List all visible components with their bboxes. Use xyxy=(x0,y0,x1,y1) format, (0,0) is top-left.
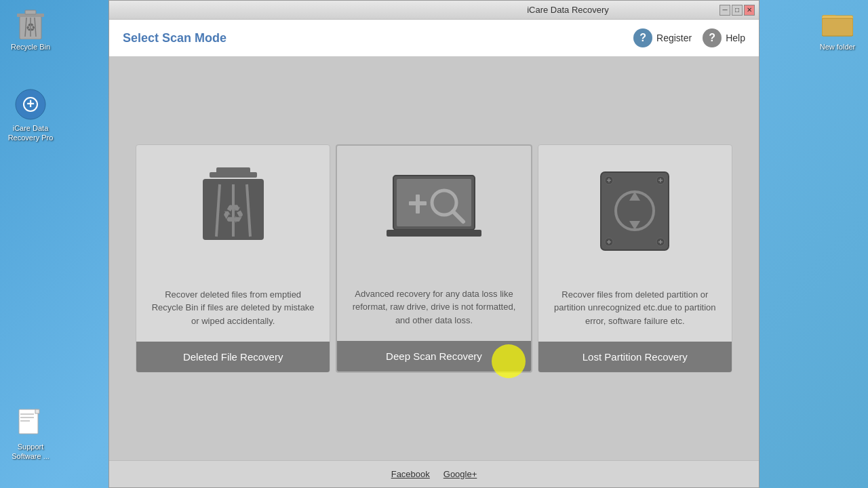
recycle-bin-image: ♻ xyxy=(14,7,47,39)
googleplus-link[interactable]: Google+ xyxy=(443,469,477,479)
deleted-file-icon-area: ♻ xyxy=(136,145,330,274)
page-title: Select Scan Mode xyxy=(123,31,226,45)
svg-rect-11 xyxy=(20,413,34,415)
register-button[interactable]: ? Register xyxy=(633,28,692,47)
lost-partition-footer: Lost Partition Recovery xyxy=(538,342,732,372)
facebook-link[interactable]: Facebook xyxy=(391,469,430,479)
cards-container: ♻ Recover deleted files from emptied Rec… xyxy=(136,144,732,373)
svg-rect-12 xyxy=(20,417,34,418)
deep-scan-icon-area xyxy=(337,146,530,273)
icare-icon[interactable]: + iCare Data Recovery Pro xyxy=(3,88,58,143)
help-button[interactable]: ? Help xyxy=(703,28,745,47)
app-footer: Facebook Google+ xyxy=(109,460,759,487)
app-content: ♻ Recover deleted files from emptied Rec… xyxy=(109,57,759,460)
title-bar-controls: ─ □ ✕ xyxy=(719,5,755,16)
header-actions: ? Register ? Help xyxy=(633,28,745,47)
lost-partition-recovery-card[interactable]: Recover files from deleted partition or … xyxy=(538,144,732,373)
support-image xyxy=(14,407,47,439)
support-software-icon[interactable]: Support Software ... xyxy=(3,407,58,462)
deep-scan-description: Advanced recovery for any data loss like… xyxy=(337,273,530,341)
svg-rect-33 xyxy=(387,230,481,237)
help-icon: ? xyxy=(703,28,722,47)
register-icon: ? xyxy=(633,28,652,47)
help-label: Help xyxy=(726,33,745,43)
svg-rect-21 xyxy=(216,167,250,174)
deleted-file-recovery-card[interactable]: ♻ Recover deleted files from emptied Rec… xyxy=(136,144,330,373)
new-folder-icon[interactable]: New folder xyxy=(810,7,865,52)
svg-rect-15 xyxy=(35,409,39,413)
icare-image: + xyxy=(14,88,47,121)
lost-partition-description: Recover files from deleted partition or … xyxy=(538,274,732,342)
svg-rect-13 xyxy=(20,420,30,422)
svg-rect-30 xyxy=(409,201,427,205)
svg-rect-19 xyxy=(822,18,853,36)
svg-text:♻: ♻ xyxy=(222,200,245,228)
app-window: iCare Data Recovery ─ □ ✕ Select Scan Mo… xyxy=(108,0,760,488)
deep-scan-recovery-card[interactable]: Advanced recovery for any data loss like… xyxy=(336,144,532,373)
deleted-file-footer: Deleted File Recovery xyxy=(136,342,330,372)
restore-button[interactable]: □ xyxy=(732,5,743,16)
lost-partition-icon-area xyxy=(538,145,732,274)
app-header: Select Scan Mode ? Register ? Help xyxy=(109,20,759,57)
title-bar: iCare Data Recovery ─ □ ✕ xyxy=(109,1,759,20)
svg-rect-2 xyxy=(25,10,36,14)
window-title: iCare Data Recovery xyxy=(416,5,719,15)
minimize-button[interactable]: ─ xyxy=(719,5,730,16)
recycle-bin-label: Recycle Bin xyxy=(11,42,50,52)
support-label: Support Software ... xyxy=(12,442,50,462)
deleted-file-description: Recover deleted files from emptied Recyc… xyxy=(136,274,330,342)
close-button[interactable]: ✕ xyxy=(744,5,755,16)
recycle-bin-icon[interactable]: ♻ Recycle Bin xyxy=(3,7,58,52)
register-label: Register xyxy=(656,33,692,43)
new-folder-image xyxy=(821,7,854,39)
icare-label: iCare Data Recovery Pro xyxy=(8,123,54,143)
new-folder-label: New folder xyxy=(820,42,856,52)
deep-scan-footer: Deep Scan Recovery xyxy=(337,341,530,371)
